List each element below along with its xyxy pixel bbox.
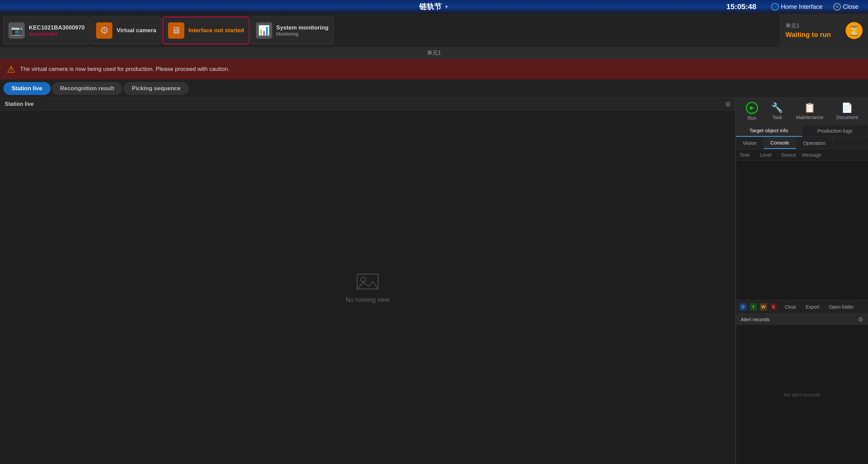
device-tab-system[interactable]: 📊 System monitoring Monitoring	[251, 17, 334, 44]
system-status: Monitoring	[276, 31, 329, 37]
document-icon: 📄	[841, 102, 853, 113]
svg-rect-0	[357, 274, 378, 289]
info-section: Target object info Production logs	[736, 125, 868, 137]
run-icon: ▶	[746, 102, 758, 114]
task-icon: 🔧	[771, 102, 783, 113]
unit-strip-label: 单元1	[427, 50, 441, 57]
document-label: Document	[836, 115, 858, 120]
top-bar-right: 15:05:48 ⌂ Home Interface ✕ Close	[726, 2, 861, 12]
close-label: Close	[843, 3, 858, 11]
filter-badge-d[interactable]: D	[739, 303, 747, 311]
clock: 15:05:48	[726, 2, 756, 11]
export-button[interactable]: Export	[804, 304, 821, 310]
svg-point-1	[361, 277, 366, 282]
no-view-icon	[356, 271, 380, 292]
filter-badge-w[interactable]: W	[760, 303, 767, 311]
device-tab-kec[interactable]: 📷 KEC1021BA3000970 disconnected	[3, 17, 90, 44]
info-tab-target[interactable]: Target object info	[736, 125, 802, 137]
virtual-icon: ⚙	[96, 22, 112, 39]
filter-badge-i[interactable]: I	[750, 303, 757, 311]
tab-vision[interactable]: Vision	[736, 137, 764, 149]
kec-status: disconnected	[29, 31, 85, 37]
timer-icon: ⏳	[846, 22, 863, 39]
console-tabs: Vision Console Operation	[736, 137, 868, 149]
tab-console[interactable]: Console	[764, 137, 796, 149]
run-label: Run	[747, 115, 756, 121]
log-area[interactable]	[736, 161, 868, 300]
virtual-name: Virtual camera	[116, 27, 156, 34]
warning-icon: ⚠	[7, 64, 15, 75]
system-name: System monitoring	[276, 24, 329, 31]
maintenance-label: Maintenance	[796, 115, 823, 120]
station-live-title: Station live	[5, 101, 34, 107]
unit-label: 单元1	[786, 22, 799, 30]
kec-text: KEC1021BA3000970 disconnected	[29, 24, 85, 37]
maintenance-icon: 📋	[804, 102, 816, 113]
left-panel: Station live ⊞ No running view	[0, 98, 736, 464]
waiting-label: Waiting to run	[786, 31, 831, 39]
alert-title: Alert records	[741, 316, 770, 322]
toolbar-task[interactable]: 🔧 Task	[767, 100, 787, 122]
col-message: Message	[802, 152, 865, 158]
unit-strip: 单元1	[0, 47, 868, 59]
alert-empty: No alert records	[736, 325, 868, 464]
close-button[interactable]: ✕ Close	[831, 2, 861, 12]
alert-section: Alert records ⚙	[736, 313, 868, 325]
home-label: Home Interface	[781, 3, 823, 11]
filter-row: D I W E Clear Export Open folder	[736, 300, 868, 313]
tab-operation[interactable]: Operation	[796, 137, 833, 149]
warning-text: The virtual camera is now being used for…	[20, 66, 229, 73]
tab-station-live[interactable]: Station live	[3, 82, 51, 95]
device-tab-virtual[interactable]: ⚙ Virtual camera	[91, 17, 161, 44]
interface-text: Interface not started	[188, 27, 244, 34]
main-content: Station live ⊞ No running view ▶ Run 🔧	[0, 98, 868, 464]
open-folder-button[interactable]: Open folder	[827, 304, 856, 310]
home-icon: ⌂	[771, 3, 779, 11]
virtual-text: Virtual camera	[116, 27, 156, 34]
task-label: Task	[772, 115, 782, 120]
filter-badge-e[interactable]: E	[770, 303, 777, 311]
system-text: System monitoring Monitoring	[276, 24, 329, 37]
tab-recognition[interactable]: Recongnition result	[52, 82, 123, 95]
warning-banner: ⚠ The virtual camera is now being used f…	[0, 59, 868, 79]
home-interface-button[interactable]: ⌂ Home Interface	[769, 2, 825, 12]
toolbar-maintenance[interactable]: 📋 Maintenance	[792, 100, 827, 122]
no-view-area: No running view	[0, 111, 735, 464]
title-text: 链轨节	[419, 2, 442, 12]
col-level: Level	[760, 152, 781, 158]
icon-toolbar: ▶ Run 🔧 Task 📋 Maintenance 📄 Document	[736, 98, 868, 125]
top-bar: placeholder 链轨节 ▼ 15:05:48 ⌂ Home Interf…	[0, 0, 868, 14]
close-icon: ✕	[833, 3, 841, 11]
image-placeholder-svg	[356, 271, 380, 292]
col-time: Time	[739, 152, 760, 158]
interface-icon: 🖥	[168, 22, 184, 39]
station-live-header: Station live ⊞	[0, 98, 735, 111]
kec-icon: 📷	[8, 22, 25, 39]
title-dropdown-arrow[interactable]: ▼	[444, 4, 449, 9]
system-icon: 📊	[256, 22, 272, 39]
device-tab-interface[interactable]: 🖥 Interface not started	[163, 17, 249, 44]
tab-row: Station live Recongnition result Picking…	[0, 79, 868, 98]
alert-empty-text: No alert records	[784, 392, 820, 398]
alert-settings-icon[interactable]: ⚙	[858, 316, 863, 323]
table-header: Time Level Source Message	[736, 149, 868, 161]
right-top-panel: 单元1 Waiting to run ⏳	[780, 14, 868, 47]
app-title: 链轨节 ▼	[419, 2, 449, 12]
clear-button[interactable]: Clear	[783, 304, 798, 310]
interface-name: Interface not started	[188, 27, 244, 34]
kec-name: KEC1021BA3000970	[29, 24, 85, 31]
col-source: Source	[781, 152, 802, 158]
right-panel: ▶ Run 🔧 Task 📋 Maintenance 📄 Document Ta…	[736, 98, 868, 464]
info-tab-production[interactable]: Production logs	[802, 125, 868, 137]
tab-picking[interactable]: Picking sequence	[124, 82, 189, 95]
device-bar: 📷 KEC1021BA3000970 disconnected ⚙ Virtua…	[0, 14, 868, 47]
toolbar-run[interactable]: ▶ Run	[742, 100, 762, 123]
expand-icon[interactable]: ⊞	[725, 100, 731, 108]
no-view-text: No running view	[346, 296, 389, 304]
toolbar-document[interactable]: 📄 Document	[832, 100, 862, 122]
